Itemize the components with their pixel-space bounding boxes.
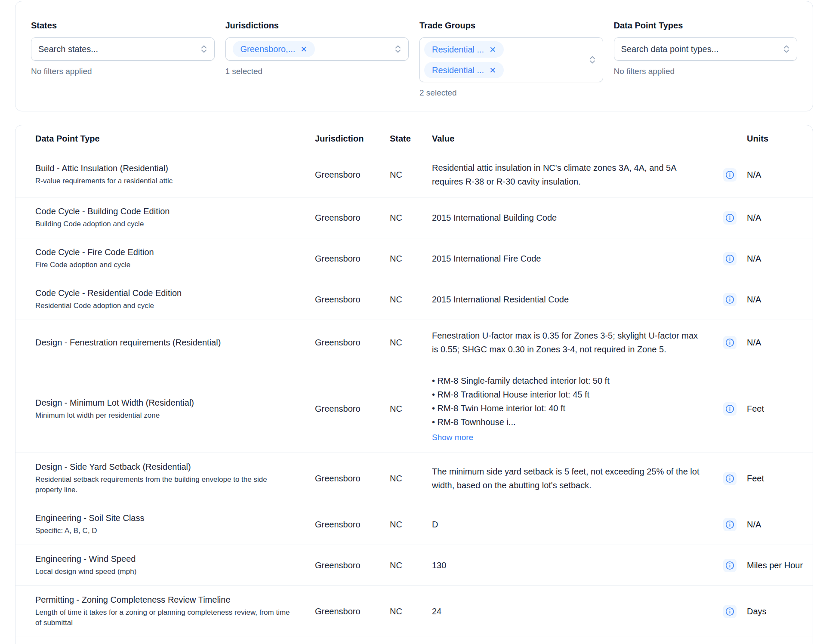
info-icon[interactable] <box>723 472 737 485</box>
jurisdiction-cell: Greensboro <box>315 213 390 223</box>
data-point-types-placeholder: Search data point types... <box>621 44 719 54</box>
info-cell <box>712 518 747 531</box>
filter-chip: Residential ...✕ <box>424 62 504 78</box>
jurisdiction-cell: Greensboro <box>315 404 390 414</box>
value-cell: Residential attic insulation in NC's cli… <box>432 161 712 188</box>
units-cell: N/A <box>747 338 793 348</box>
info-icon[interactable] <box>723 211 737 225</box>
jurisdiction-cell: Greensboro <box>315 254 390 264</box>
column-header-jurisdiction: Jurisdiction <box>315 134 390 144</box>
jurisdiction-cell: Greensboro <box>315 474 390 484</box>
jurisdiction-cell: Greensboro <box>315 607 390 616</box>
show-more-link[interactable]: Show more <box>432 432 473 443</box>
value-cell: 2015 International Building Code <box>432 211 712 225</box>
data-point-type-cell: Code Cycle - Fire Code EditionFire Code … <box>35 247 315 270</box>
state-cell: NC <box>390 295 432 305</box>
info-icon[interactable] <box>723 559 737 572</box>
remove-icon[interactable]: ✕ <box>300 45 307 53</box>
units-cell: N/A <box>747 520 793 530</box>
jurisdiction-cell: Greensboro <box>315 295 390 305</box>
data-point-type-title: Design - Fenestration requirements (Resi… <box>35 337 293 348</box>
table-row: Permitting - Zoning Completeness Review … <box>15 586 813 637</box>
data-point-type-cell: Engineering - Wind SpeedLocal design win… <box>35 554 315 577</box>
data-point-type-description: R-value requirements for a residential a… <box>35 176 293 186</box>
jurisdictions-select[interactable]: Greensboro,...✕ <box>225 37 409 61</box>
column-header-value: Value <box>432 134 712 144</box>
chevron-updown-icon <box>395 44 401 54</box>
data-point-type-description: Local design wind speed (mph) <box>35 567 293 577</box>
page: States Search states... No filters appli… <box>0 0 826 644</box>
state-cell: NC <box>390 561 432 570</box>
data-point-type-title: Code Cycle - Fire Code Edition <box>35 247 293 258</box>
remove-icon[interactable]: ✕ <box>489 46 496 54</box>
data-point-type-cell: Code Cycle - Building Code EditionBuildi… <box>35 206 315 229</box>
data-point-types-filter-status: No filters applied <box>614 67 798 76</box>
state-cell: NC <box>390 520 432 530</box>
states-filter-status: No filters applied <box>31 67 215 76</box>
data-point-type-title: Code Cycle - Residential Code Edition <box>35 288 293 299</box>
jurisdictions-label: Jurisdictions <box>225 20 409 31</box>
value-cell: 24 <box>432 604 712 618</box>
units-cell: N/A <box>747 170 793 180</box>
info-cell <box>712 559 747 572</box>
value-cell: The minimum side yard setback is 5 feet,… <box>432 465 712 492</box>
data-point-type-description: Fire Code adoption and cycle <box>35 260 293 270</box>
table-row: Code Cycle - Building Code EditionBuildi… <box>15 197 813 238</box>
value-cell: 2015 International Fire Code <box>432 252 712 265</box>
filter-chip-label: Greensboro,... <box>240 44 296 54</box>
table-row: Design - Side Yard Setback (Residential)… <box>15 453 813 504</box>
value-bullet-item: • RM-8 Twin Home interior lot: 40 ft <box>432 401 702 415</box>
data-point-type-description: Residential Code adoption and cycle <box>35 301 293 311</box>
data-point-type-cell: Design - Side Yard Setback (Residential)… <box>35 462 315 495</box>
value-bullet-item: • RM-8 Townhouse i... <box>432 415 702 429</box>
info-icon[interactable] <box>723 402 737 416</box>
jurisdiction-cell: Greensboro <box>315 561 390 570</box>
info-icon[interactable] <box>723 293 737 306</box>
units-cell: N/A <box>747 295 793 305</box>
data-point-types-label: Data Point Types <box>614 20 798 31</box>
value-bullet-item: • RM-8 Traditional House interior lot: 4… <box>432 388 702 401</box>
data-point-type-cell: Build - Attic Insulation (Residential)R-… <box>35 163 315 186</box>
filter-chip: Residential ...✕ <box>424 41 504 58</box>
table-header: Data Point Type Jurisdiction State Value… <box>15 125 813 152</box>
remove-icon[interactable]: ✕ <box>489 66 496 74</box>
table-row: Design - Minimum Lot Width (Residential)… <box>15 365 813 453</box>
filter-group-data-point-types: Data Point Types Search data point types… <box>614 20 798 111</box>
state-cell: NC <box>390 338 432 348</box>
column-header-units: Units <box>747 134 793 144</box>
trade-groups-label: Trade Groups <box>419 20 603 31</box>
table-row: Design - Fenestration requirements (Resi… <box>15 320 813 365</box>
jurisdiction-cell: Greensboro <box>315 170 390 180</box>
units-cell: N/A <box>747 254 793 264</box>
state-cell: NC <box>390 170 432 180</box>
trade-groups-select[interactable]: Residential ...✕Residential ...✕ <box>419 37 603 82</box>
info-icon[interactable] <box>723 518 737 531</box>
table-row: Build - Attic Insulation (Residential)R-… <box>15 152 813 197</box>
info-icon[interactable] <box>723 336 737 349</box>
state-cell: NC <box>390 607 432 616</box>
filter-chip-label: Residential ... <box>432 45 484 55</box>
column-header-data-point-type: Data Point Type <box>35 134 315 144</box>
info-cell <box>712 605 747 618</box>
data-point-type-description: Specific: A, B, C, D <box>35 526 293 536</box>
info-icon[interactable] <box>723 168 737 182</box>
trade-groups-filter-status: 2 selected <box>419 88 603 98</box>
info-cell <box>712 336 747 349</box>
filters-panel: States Search states... No filters appli… <box>15 1 813 111</box>
chevron-updown-icon <box>200 44 207 54</box>
states-select[interactable]: Search states... <box>31 37 215 61</box>
filter-group-trade-groups: Trade Groups Residential ...✕Residential… <box>419 20 603 111</box>
value-cell: 130 <box>432 558 712 572</box>
table-row: Engineering - Soil Site ClassSpecific: A… <box>15 504 813 545</box>
info-cell <box>712 293 747 306</box>
info-cell <box>712 472 747 485</box>
data-point-types-select[interactable]: Search data point types... <box>614 37 798 61</box>
value-cell: • RM-8 Single-family detached interior l… <box>432 374 712 444</box>
data-point-type-cell: Engineering - Soil Site ClassSpecific: A… <box>35 513 315 536</box>
info-icon[interactable] <box>723 605 737 618</box>
data-point-type-title: Engineering - Soil Site Class <box>35 513 293 524</box>
data-point-type-description: Building Code adoption and cycle <box>35 219 293 229</box>
info-icon[interactable] <box>723 252 737 265</box>
units-cell: Days <box>747 607 793 616</box>
jurisdiction-cell: Greensboro <box>315 520 390 530</box>
